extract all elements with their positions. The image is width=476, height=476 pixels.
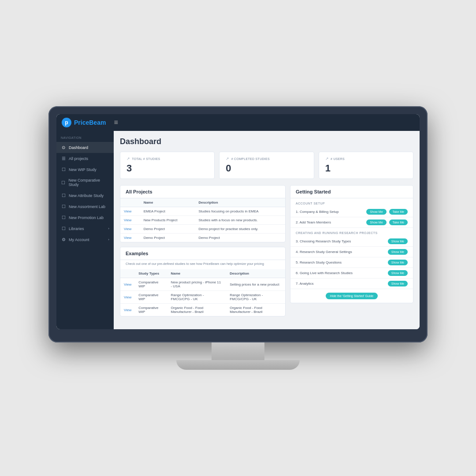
table-row: View New Products Project Studies with a… xyxy=(120,216,285,225)
comparative-icon: ☐ xyxy=(61,180,66,185)
show-me-button-1[interactable]: Show Me xyxy=(366,209,386,215)
table-row: View Demo Project Demo project for pract… xyxy=(120,225,285,234)
libraries-icon: ☐ xyxy=(61,226,66,231)
gs-item-research-types: 3. Choosing Research Study Types Show Me xyxy=(290,236,413,247)
monitor-screen-inner: p PriceBeam ≡ NAVIGATION ⊙ Dashboard xyxy=(56,114,420,329)
gs-item-label: 7. Analytics xyxy=(296,282,384,286)
stat-icon-completed: ↗ xyxy=(226,156,229,161)
main-layout: NAVIGATION ⊙ Dashboard ☰ All projects ☐ … xyxy=(56,131,420,329)
table-row: View Comparative WtP New product pricing… xyxy=(120,278,285,291)
gs-item-label: 6. Going Live with Research Studies xyxy=(296,271,384,275)
assortment-icon: ☐ xyxy=(61,204,66,209)
left-column: All Projects Name Description xyxy=(120,185,286,321)
show-me-button-2[interactable]: Show Me xyxy=(366,219,386,225)
sidebar-item-my-account[interactable]: ⚙ My Account › xyxy=(56,234,114,245)
stat-label-total: ↗ TOTAL # STUDIES xyxy=(126,156,208,161)
gs-item-label: 5. Research Study Questions xyxy=(296,260,384,264)
stat-cards: ↗ TOTAL # STUDIES 3 ↗ # COMPLETED STUDIE… xyxy=(120,152,413,179)
view-link-cell[interactable]: View xyxy=(120,225,140,234)
view-link-cell[interactable]: View xyxy=(120,304,135,316)
project-name-cell: Demo Project xyxy=(140,234,195,242)
project-name-cell: New Products Project xyxy=(140,216,195,225)
dashboard-icon: ⊙ xyxy=(61,145,66,150)
sidebar-item-new-promotion[interactable]: ☐ New Promotion Lab xyxy=(56,212,114,223)
col-header-name: Name xyxy=(167,269,226,278)
right-column: Getting Started ACCOUNT SETUP 1. Company… xyxy=(290,185,413,321)
example-desc-cell: Setting prices for a new product xyxy=(226,278,285,291)
monitor-wrapper: p PriceBeam ≡ NAVIGATION ⊙ Dashboard xyxy=(48,106,428,370)
col-header-name: Name xyxy=(140,198,195,207)
example-name-cell: Organic Food - Food Manufacturer - Brazi… xyxy=(167,304,226,316)
gs-item-company-billing: 1. Company & Billing Setup Show Me Take … xyxy=(290,207,413,217)
take-me-button-2[interactable]: Take Me xyxy=(389,219,408,225)
show-me-button-3[interactable]: Show Me xyxy=(388,238,408,244)
table-row: View Comparative WtP Organic Food - Food… xyxy=(120,304,285,316)
view-link-cell[interactable]: View xyxy=(120,234,140,242)
view-link[interactable]: View xyxy=(124,308,131,312)
table-row: View Demo Project Demo Project xyxy=(120,234,285,242)
project-desc-cell: Studies with a focus on new products. xyxy=(195,216,285,225)
study-type-cell: Comparative WtP xyxy=(135,304,167,316)
account-setup-label: ACCOUNT SETUP xyxy=(290,198,413,207)
gs-item-analytics: 7. Analytics Show Me xyxy=(290,279,413,289)
view-link-cell[interactable]: View xyxy=(120,278,135,291)
table-row: View EMEA Project Studies focusing on pr… xyxy=(120,207,285,216)
show-me-button-5[interactable]: Show Me xyxy=(388,260,408,265)
sidebar-item-new-assortment[interactable]: ☐ New Assortment Lab xyxy=(56,201,114,212)
sidebar-item-new-comparative[interactable]: ☐ New Comparative Study xyxy=(56,175,114,190)
example-name-cell: New product pricing - iPhone 11 - USA xyxy=(167,278,226,291)
hide-guide-button[interactable]: Hide the 'Getting Started' Guide xyxy=(326,293,378,299)
examples-card: Examples Check out one of our pre-define… xyxy=(120,247,286,316)
logo-area: p PriceBeam xyxy=(62,118,106,127)
view-link[interactable]: View xyxy=(124,218,131,222)
sidebar-item-dashboard[interactable]: ⊙ Dashboard xyxy=(56,142,114,153)
view-link-cell[interactable]: View xyxy=(120,291,135,304)
gs-item-questions: 5. Research Study Questions Show Me xyxy=(290,257,413,268)
col-header-link xyxy=(120,198,140,207)
view-link[interactable]: View xyxy=(124,209,131,213)
account-icon: ⚙ xyxy=(61,237,66,242)
view-link[interactable]: View xyxy=(124,236,131,240)
sidebar-item-new-attribute[interactable]: ☐ New Attribute Study xyxy=(56,190,114,201)
content-area: Dashboard ↗ TOTAL # STUDIES 3 ↗ xyxy=(114,131,420,329)
take-me-button-1[interactable]: Take Me xyxy=(389,209,408,215)
col-header-study-types: Study Types xyxy=(135,269,167,278)
sidebar-item-all-projects[interactable]: ☰ All projects xyxy=(56,153,114,164)
examples-description: Check out one of our pre-defined studies… xyxy=(120,260,285,269)
project-desc-cell: Demo project for practise studies only. xyxy=(195,225,285,234)
view-link[interactable]: View xyxy=(124,227,131,231)
view-link-cell[interactable]: View xyxy=(120,207,140,216)
project-desc-cell: Demo Project xyxy=(195,234,285,242)
sidebar-item-new-wtp[interactable]: ☐ New WtP Study xyxy=(56,164,114,175)
stat-value-total: 3 xyxy=(126,163,208,174)
all-projects-table: Name Description View EMEA Project Studi… xyxy=(120,198,285,242)
sidebar-item-libraries[interactable]: ☐ Libraries › xyxy=(56,223,114,234)
view-link[interactable]: View xyxy=(124,295,131,299)
stat-label-users: ↗ # USERS xyxy=(325,156,407,161)
sidebar-section-label: NAVIGATION xyxy=(56,136,114,142)
list-icon: ☰ xyxy=(61,156,66,161)
arrow-icon: › xyxy=(108,238,109,242)
show-me-button-6[interactable]: Show Me xyxy=(388,270,408,276)
study-type-cell: Comparative WtP xyxy=(135,278,167,291)
page-title: Dashboard xyxy=(120,137,413,146)
getting-started-header: Getting Started xyxy=(290,186,413,198)
monitor-screen-outer: p PriceBeam ≡ NAVIGATION ⊙ Dashboard xyxy=(48,106,428,342)
gs-item-going-live: 6. Going Live with Research Studies Show… xyxy=(290,268,413,279)
stat-label-completed: ↗ # COMPLETED STUDIES xyxy=(226,156,307,161)
sidebar-item-label: New WtP Study xyxy=(69,167,97,172)
view-link[interactable]: View xyxy=(124,283,131,286)
sidebar-item-label: New Assortment Lab xyxy=(69,205,105,209)
sidebar-item-label: My Account xyxy=(69,238,89,242)
sidebar-item-label: New Attribute Study xyxy=(69,193,104,198)
table-row: View Comparative WtP Range Optimization … xyxy=(120,291,285,304)
show-me-button-7[interactable]: Show Me xyxy=(388,281,408,286)
col-header-link xyxy=(120,269,135,278)
hamburger-icon[interactable]: ≡ xyxy=(114,119,118,126)
show-me-button-4[interactable]: Show Me xyxy=(388,249,408,255)
gs-item-label: 3. Choosing Research Study Types xyxy=(296,239,384,243)
stat-icon-total: ↗ xyxy=(126,156,130,161)
wtp-icon: ☐ xyxy=(61,167,66,172)
sidebar-item-label: New Promotion Lab xyxy=(69,216,104,220)
view-link-cell[interactable]: View xyxy=(120,216,140,225)
